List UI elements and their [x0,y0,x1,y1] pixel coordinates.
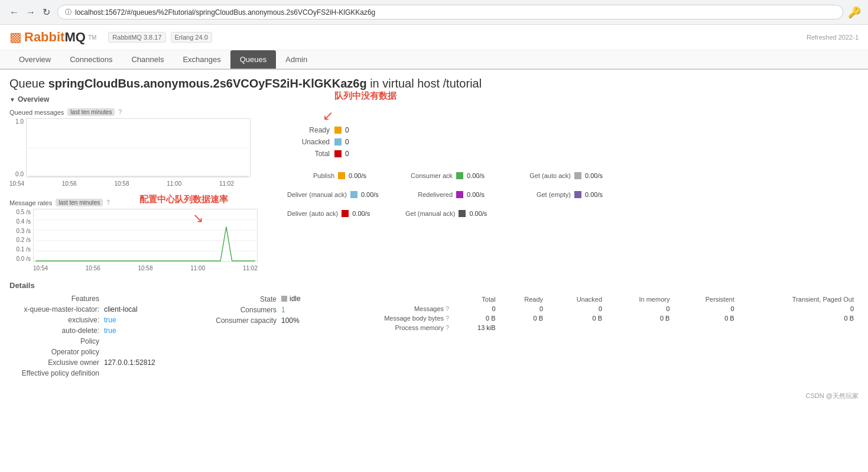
page-title: Queue springCloudBus.anonymous.2s6VCOyFS… [9,77,859,90]
rate-stats-grid: Publish 0.00/s Deliver (manual ack) 0.00… [287,172,859,217]
queued-stats: Ready 0 Unacked 0 Total 0 [287,126,859,158]
feature1-val: client-local [104,305,138,313]
exclusive-owner-val: 127.0.0.1:52812 [104,358,155,367]
publish-color [338,172,345,179]
browser-bar: ← → ↻ ⓘ localhost:15672/#/queues/%2Ftuto… [0,0,868,25]
rates-annotation: 配置中心队列数据速率 [139,194,228,205]
title-prefix: Queue [9,77,45,90]
col-inmemory: In memory [607,295,674,304]
unacked-row: Unacked 0 [287,138,859,146]
messages-unacked: 0 [548,304,607,313]
overview-section-header[interactable]: ▼ Overview [9,95,859,104]
tab-queues[interactable]: Queues [230,50,277,69]
consumers-label: Consumers [187,306,281,314]
col-transient: Transient, Paged Out [739,295,859,304]
ready-color-box [334,127,342,134]
tab-connections[interactable]: Connections [60,50,122,69]
messages-ready: 0 [500,304,548,313]
title-suffix: in virtual host /tutorial [370,77,482,90]
body-bytes-help[interactable]: ? [446,315,449,322]
logo-tm: TM [88,34,96,41]
col-persistent: Persistent [674,295,739,304]
features-col: Features x-queue-master-locator: client-… [9,295,175,380]
get-auto-color [574,172,581,179]
messages-persistent: 0 [674,304,739,313]
process-memory-value: 13 kiB [454,323,500,332]
policy-row: Policy [9,337,175,345]
messages-table-row: Messages ? 0 0 0 0 0 0 [329,304,859,313]
time-badge-1[interactable]: last ten minutes [67,108,115,116]
ready-label: Ready [287,126,334,134]
tab-overview[interactable]: Overview [9,50,60,69]
process-memory-help[interactable]: ? [446,324,449,331]
tab-admin[interactable]: Admin [276,50,317,69]
features-header-row: Features [9,295,175,303]
queued-messages-chart [26,118,251,177]
details-table: Total Ready Unacked In memory Persistent… [329,295,859,332]
page-content: Queue springCloudBus.anonymous.2s6VCOyFS… [0,70,868,387]
effective-policy-label: Effective policy definition [9,369,104,377]
state-label: State [187,295,281,303]
feature1-key: x-queue-master-locator: [9,305,104,313]
help-icon-2[interactable]: ? [106,199,110,206]
queue-name: springCloudBus.anonymous.2s6VCOyFS2iH-Kl… [48,77,367,90]
version-info: RabbitMQ 3.8.17 Erlang 24.0 [108,32,212,43]
tab-exchanges[interactable]: Exchanges [173,50,230,69]
address-bar[interactable]: ⓘ localhost:15672/#/queues/%2Ftutorial/s… [57,5,843,20]
operator-policy-label: Operator policy [9,348,104,356]
process-memory-label: Process memory ? [329,323,454,332]
body-bytes-total: 0 B [454,313,500,323]
body-bytes-persistent: 0 B [674,313,739,323]
deliver-auto-rate-row: Deliver (auto ack) 0.00/s [287,210,405,217]
get-manual-rate-row: Get (manual ack) 0.00/s [405,210,524,217]
refresh-button[interactable]: ↻ [40,5,53,19]
feature2-val: true [104,316,116,324]
deliver-auto-color [342,210,349,217]
body-bytes-transient: 0 B [739,313,859,323]
process-memory-row: Process memory ? 13 kiB [329,323,859,332]
body-bytes-ready: 0 B [500,313,548,323]
operator-policy-row: Operator policy [9,348,175,356]
consumer-capacity-value: 100% [281,316,300,325]
feature2-key: exclusive: [9,316,104,324]
help-icon-1[interactable]: ? [118,109,122,115]
chart1-y-top: 1.0 [9,118,24,125]
logo-text: RabbitMQ [24,30,86,45]
chart2-x-labels: 10:54 10:56 10:58 11:00 11:02 [33,265,258,271]
forward-button[interactable]: → [24,5,38,19]
state-value: idle [290,295,301,303]
messages-row-label: Messages ? [329,304,454,313]
back-button[interactable]: ← [7,5,21,19]
rabbitmq-version: RabbitMQ 3.8.17 [108,32,165,43]
feature3-val: true [104,326,116,335]
body-bytes-inmemory: 0 B [607,313,674,323]
csdn-watermark: CSDN @天然玩家 [0,387,868,405]
logo: ▩ RabbitMQ TM [9,30,96,45]
details-section: Details Features x-queue-master-locator:… [9,281,859,380]
deliver-manual-color [350,191,357,198]
consumers-row: Consumers 1 [187,306,317,314]
total-row: Total 0 [287,150,859,158]
url-text: localhost:15672/#/queues/%2Ftutorial/spr… [75,8,375,17]
messages-table-col: Total Ready Unacked In memory Persistent… [329,295,859,332]
unacked-label: Unacked [287,138,334,146]
no-data-arrow: ↙ [323,108,333,124]
ready-value: 0 [345,126,349,134]
consumer-ack-rate-row: Consumer ack 0.00/s [405,172,524,179]
effective-policy-row: Effective policy definition [9,369,175,377]
state-indicator [281,296,287,302]
tab-channels[interactable]: Channels [122,50,173,69]
exclusive-owner-row: Exclusive owner 127.0.0.1:52812 [9,358,175,367]
details-title: Details [9,281,859,290]
messages-help[interactable]: ? [446,305,449,312]
body-bytes-label: Message body bytes ? [329,313,454,323]
col-empty [329,295,454,304]
feature3-key: auto-delete: [9,326,104,335]
consumer-capacity-row: Consumer capacity 100% [187,316,317,325]
time-badge-2[interactable]: last ten minutes [56,199,103,206]
queued-messages-label: Queued messages last ten minutes ? [9,108,264,116]
total-label: Total [287,150,334,158]
consumers-value: 1 [281,306,285,314]
state-row: State idle [187,295,317,303]
consumer-capacity-label: Consumer capacity [187,316,281,325]
